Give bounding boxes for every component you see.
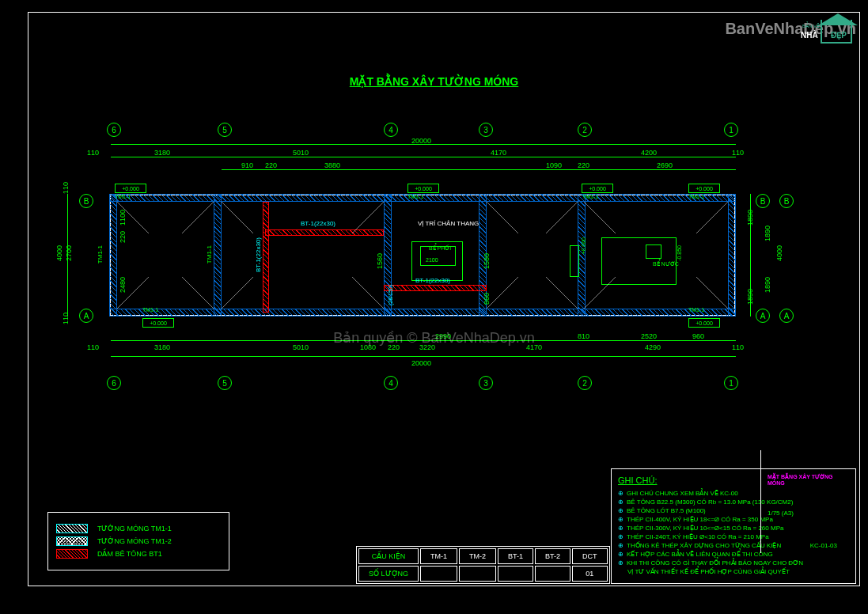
slab-diagonals <box>109 194 736 316</box>
dim: 5010 <box>293 149 309 157</box>
dim: 4200 <box>641 149 657 157</box>
legend-item: TƯỜNG MÓNG TM1-2 <box>56 536 221 546</box>
dim: 110 <box>732 149 744 157</box>
dim: 910 <box>241 161 253 169</box>
grid-2-bot: 2 <box>578 376 592 390</box>
grid-6-bot: 6 <box>107 376 121 390</box>
dim: 4170 <box>491 149 506 157</box>
svg-line-15 <box>546 277 578 309</box>
grid-1-bot: 1 <box>724 376 738 390</box>
dim: 220 <box>265 161 277 169</box>
dim-top-row <box>111 157 736 157</box>
svg-line-7 <box>696 277 728 309</box>
dim: 110 <box>87 149 99 157</box>
legend-box: TƯỜNG MÓNG TM1-1 TƯỜNG MÓNG TM1-2 DẦM BÊ… <box>47 512 229 570</box>
grid-6-top: 6 <box>107 123 121 137</box>
svg-line-6 <box>584 277 616 309</box>
svg-line-2 <box>117 277 149 309</box>
ref-bot2: +0.000 <box>688 318 720 328</box>
notes-box: GHI CHÚ: ⊕GHI CHÚ CHUNG XEM BẢN VẼ KC-00… <box>611 468 856 584</box>
title-block: MẶT BẰNG XÂY TƯỜNG MÓNG 1/75 (A3) KC-01-… <box>760 450 843 553</box>
ref-bot1: +0.000 <box>142 318 174 328</box>
legend-item: DẦM BÊ TÔNG BT1 <box>56 549 221 559</box>
schedule-table: CẤU KIỆN TM-1 TM-2 BT-1 BT-2 DCT SỐ LƯỢN… <box>356 546 610 584</box>
svg-line-11 <box>352 277 384 309</box>
ref2: +0.000 <box>407 184 439 193</box>
grid-a-left: A <box>79 309 93 323</box>
svg-line-1 <box>182 202 214 233</box>
svg-line-0 <box>117 202 149 233</box>
ref4: +0.000 <box>688 184 720 193</box>
svg-line-9 <box>352 202 384 233</box>
site-logo: BẢN VẼ NHÀ ĐẸP <box>801 12 856 51</box>
svg-line-14 <box>487 277 518 309</box>
drawing-title: MẶT BẰNG XÂY TƯỜNG MÓNG <box>350 75 519 88</box>
grid-2-top: 2 <box>578 123 592 137</box>
grid-a-right: A <box>756 309 770 323</box>
dim: 2690 <box>657 161 673 169</box>
dim: 3880 <box>324 161 340 169</box>
dim: 220 <box>578 161 589 169</box>
grid-b-right2: B <box>779 194 794 208</box>
legend-item: TƯỜNG MÓNG TM1-1 <box>56 524 221 533</box>
dim-bot-total <box>111 356 736 357</box>
dim-top-row2 <box>222 169 736 170</box>
dim-20000: 20000 <box>411 137 431 145</box>
svg-line-4 <box>584 202 616 233</box>
watermark-center: Bản quyền © BanVeNhaDep.vn <box>333 329 534 347</box>
grid-a-right2: A <box>779 309 794 323</box>
grid-5-bot: 5 <box>218 376 232 390</box>
grid-5-top: 5 <box>218 123 232 137</box>
grid-3-top: 3 <box>479 123 493 137</box>
grid-b-right: B <box>756 194 770 208</box>
grid-4-bot: 4 <box>384 376 398 390</box>
svg-line-10 <box>222 277 253 309</box>
svg-line-5 <box>696 202 728 233</box>
grid-1-top: 1 <box>724 123 738 137</box>
grid-b-left: B <box>79 194 93 208</box>
dim: 3180 <box>154 149 170 157</box>
grid-3-bot: 3 <box>479 376 493 390</box>
svg-line-13 <box>546 202 578 233</box>
svg-line-12 <box>487 202 518 233</box>
ref3: +0.000 <box>582 184 613 193</box>
svg-line-3 <box>182 277 214 309</box>
grid-4-top: 4 <box>384 123 398 137</box>
ref-tm1: +0.000 <box>115 184 146 193</box>
dim: 1090 <box>546 161 562 169</box>
svg-line-8 <box>222 202 253 233</box>
